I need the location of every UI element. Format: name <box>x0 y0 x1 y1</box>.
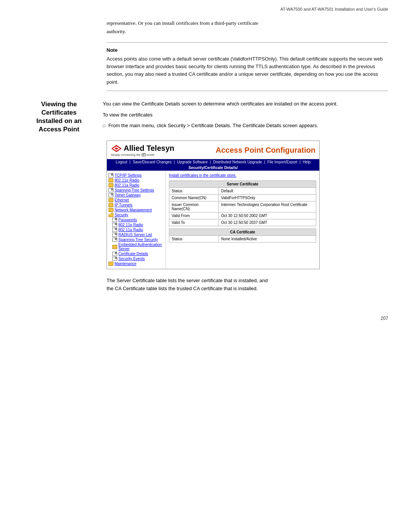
folder-icon <box>108 203 113 207</box>
eas-link[interactable]: Embedded Authentication Server <box>118 243 164 251</box>
radius-link[interactable]: RADIUS Server List <box>118 233 152 237</box>
page-header: AT-WA7500 and AT-WA7501 Installation and… <box>0 0 411 11</box>
table-row: Valid From Oct 30 12:50:50 2002 GMT <box>169 212 316 219</box>
page-icon <box>112 252 117 256</box>
cert-label: Valid To <box>169 219 219 226</box>
maintenance-link[interactable]: Maintenance <box>115 262 136 266</box>
logo-text: Allied Telesyn <box>124 144 174 153</box>
intro-line1: representative. Or you can install certi… <box>107 20 258 26</box>
section-heading: Viewing the Certificates Installed on an… <box>23 100 103 134</box>
folder-icon <box>108 183 113 187</box>
section-body-p2: To view the certificates <box>103 111 388 119</box>
sidebar-item-80211g[interactable]: 802.11g Radio <box>108 178 164 182</box>
80211g-link[interactable]: 802.11g Radio <box>115 178 139 182</box>
iptunnels-link[interactable]: IP Tunnels <box>115 203 132 207</box>
nav-help[interactable]: Help <box>303 160 311 164</box>
page-icon <box>112 257 117 261</box>
app-header: Allied Telesyn Simply connecting the IP … <box>107 141 319 159</box>
sec-events-link[interactable]: Security Events <box>118 257 145 261</box>
80211a-link[interactable]: 802.11a Radio <box>115 183 139 187</box>
table-row: Status Default <box>169 188 316 195</box>
folder-icon <box>108 208 113 212</box>
cert-value: Oct 30 12:50:50 2037 GMT <box>219 219 316 226</box>
nav-bar: Logout | Save/Discard Changes | Upgrade … <box>107 159 319 165</box>
sidebar-item-spanning-security[interactable]: Spanning Tree Security <box>112 238 164 242</box>
cert-value: Oct 30 12:50:50 2002 GMT <box>219 212 316 219</box>
install-link[interactable]: Install certificates in the certificate … <box>169 173 316 177</box>
bottom-text-line1: The Server Certificate table lists the s… <box>107 278 268 283</box>
page-icon <box>112 223 117 227</box>
sidebar-item-telnet[interactable]: Telnet Gateway <box>108 193 164 197</box>
app-title: Access Point Configuration <box>216 146 315 155</box>
page-icon <box>112 228 117 232</box>
passwords-link[interactable]: Passwords <box>118 218 137 222</box>
sidebar: TCP/IP Settings 802.11g Radio 802.11a Ra… <box>107 171 166 269</box>
folder-icon <box>108 198 113 202</box>
sec-80211a-link[interactable]: 802.11a Radio <box>118 228 143 232</box>
main-area: TCP/IP Settings 802.11g Radio 802.11a Ra… <box>107 171 319 269</box>
sidebar-item-cert-details[interactable]: Certificate Details <box>112 252 164 256</box>
server-cert-header: Server Certificate <box>169 181 316 188</box>
folder-icon <box>108 178 113 182</box>
heading-line1: Viewing the <box>41 101 77 108</box>
sidebar-item-iptunnels[interactable]: IP Tunnels <box>108 203 164 207</box>
nav-save[interactable]: Save/Discard Changes <box>133 160 172 164</box>
page-icon <box>108 193 113 197</box>
spanning-security-link[interactable]: Spanning Tree Security <box>118 238 158 242</box>
nav-distributed[interactable]: Distributed Network Upgrade <box>213 160 262 164</box>
folder-icon <box>108 262 113 266</box>
logo-svg <box>111 144 122 153</box>
cert-value: None Installed/Active <box>219 236 316 243</box>
cert-label: Common Name(CN) <box>169 195 219 201</box>
section-row: Viewing the Certificates Installed on an… <box>23 100 388 134</box>
sidebar-item-security[interactable]: Security <box>108 213 164 217</box>
sidebar-item-sec-events[interactable]: Security Events <box>112 257 164 261</box>
cert-label: Issuer Common Name(CN) <box>169 201 219 212</box>
logo-ip: IP <box>142 153 147 157</box>
logo-brand: Allied Telesyn <box>111 144 174 153</box>
bottom-text: The Server Certificate table lists the s… <box>107 277 388 293</box>
sidebar-security-group: Passwords 802.11g Radio 802.11a Radio RA… <box>108 218 164 261</box>
right-content: Install certificates in the certificate … <box>166 171 319 269</box>
sidebar-item-passwords[interactable]: Passwords <box>112 218 164 222</box>
table-row: Status None Installed/Active <box>169 236 316 243</box>
header-title: AT-WA7500 and AT-WA7501 Installation and… <box>280 7 388 11</box>
sidebar-item-sec-80211a[interactable]: 802.11a Radio <box>112 228 164 232</box>
bottom-text-line2: the CA Certificate table lists the trust… <box>107 286 258 291</box>
cert-details-link[interactable]: Certificate Details <box>118 252 148 256</box>
logo-area: Allied Telesyn Simply connecting the IP … <box>111 144 174 157</box>
page-icon <box>112 238 117 242</box>
security-link[interactable]: Security <box>115 213 128 217</box>
netmgmt-link[interactable]: Network Management <box>115 208 152 212</box>
ethernet-link[interactable]: Ethernet <box>115 198 129 202</box>
cert-value: ValidForHTTPSOnly <box>219 195 316 201</box>
folder-icon <box>112 245 117 249</box>
heading-line4: Access Point <box>39 126 80 133</box>
sidebar-item-tcpip[interactable]: TCP/IP Settings <box>108 173 164 177</box>
nav-file[interactable]: File Import/Export <box>267 160 297 164</box>
sidebar-item-eas[interactable]: Embedded Authentication Server <box>112 243 164 251</box>
sidebar-item-sec-80211g[interactable]: 802.11g Radio <box>112 223 164 227</box>
table-row: Valid To Oct 30 12:50:50 2037 GMT <box>169 219 316 226</box>
heading-line2: Certificates <box>41 109 77 116</box>
telnet-link[interactable]: Telnet Gateway <box>115 193 141 197</box>
bullet-icon: □ <box>103 123 105 129</box>
page-icon <box>112 218 117 222</box>
sidebar-item-spanning-settings[interactable]: Spanning Tree Settings <box>108 188 164 192</box>
sidebar-item-maintenance[interactable]: Maintenance <box>108 262 164 266</box>
heading-line3: Installed on an <box>36 117 81 125</box>
spanning-settings-link[interactable]: Spanning Tree Settings <box>115 188 154 192</box>
ca-cert-header: CA Certificate <box>169 229 316 236</box>
section-body-p1: You can view the Certificate Details scr… <box>103 100 388 108</box>
page-icon <box>112 233 117 237</box>
sidebar-item-80211a[interactable]: 802.11a Radio <box>108 183 164 187</box>
tcpip-link[interactable]: TCP/IP Settings <box>115 173 142 177</box>
sec-80211g-link[interactable]: 802.11g Radio <box>118 223 143 227</box>
sidebar-item-radius[interactable]: RADIUS Server List <box>112 233 164 237</box>
nav-logout[interactable]: Logout <box>116 160 127 164</box>
sidebar-item-netmgmt[interactable]: Network Management <box>108 208 164 212</box>
intro-text: representative. Or you can install certi… <box>107 19 388 35</box>
nav-upgrade[interactable]: Upgrade Software <box>177 160 208 164</box>
ui-screenshot: Allied Telesyn Simply connecting the IP … <box>107 141 320 269</box>
sidebar-item-ethernet[interactable]: Ethernet <box>108 198 164 202</box>
